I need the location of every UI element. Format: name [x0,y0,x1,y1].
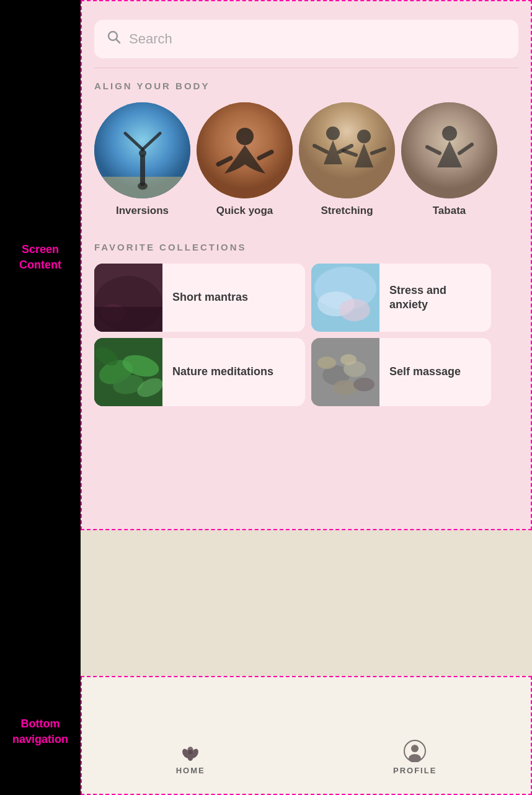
collection-nature-meditations[interactable]: Nature meditations [94,338,305,406]
inversions-label: Inversions [116,205,169,217]
tabata-image [401,102,497,198]
nav-home[interactable]: HOME [176,740,205,775]
home-icon [179,740,202,762]
svg-rect-5 [140,155,145,186]
search-bar[interactable]: Search [94,20,518,58]
collection-short-mantras[interactable]: Short mantras [94,264,305,332]
collections-title: FAVORITE COLLECTIONS [94,242,518,252]
svg-point-51 [411,745,419,752]
circles-row: Inversions [82,102,531,229]
svg-point-17 [357,130,371,143]
screen-content-label: Screen Content [0,242,81,273]
search-input[interactable]: Search [129,31,172,47]
middle-content-area [81,530,532,676]
profile-label: PROFILE [393,766,437,775]
bottom-navigation-label: Bottom navigation [0,716,81,747]
inversions-image [94,102,190,198]
nav-profile[interactable]: PROFILE [393,740,437,775]
svg-point-42 [317,357,336,369]
align-body-title: ALIGN YOUR BODY [94,81,518,91]
svg-point-43 [353,378,375,391]
tabata-label: Tabata [433,205,466,217]
svg-point-49 [188,750,193,755]
category-inversions[interactable]: Inversions [94,102,190,217]
stress-anxiety-label: Stress and anxiety [379,276,491,320]
svg-line-1 [117,40,120,43]
screen-content: Search ALIGN YOUR BODY [81,0,532,530]
profile-icon [404,740,426,762]
collection-self-massage[interactable]: Self massage [311,338,491,406]
svg-point-14 [326,127,340,140]
svg-point-52 [409,754,421,762]
section-gap [82,229,531,242]
svg-point-21 [442,126,457,141]
collection-stress-anxiety[interactable]: Stress and anxiety [311,264,491,332]
stress-anxiety-thumb [311,264,379,332]
search-icon [107,30,122,48]
svg-point-31 [339,299,370,321]
short-mantras-label: Short mantras [162,283,258,312]
stretching-label: Stretching [321,205,373,217]
nav-bar: HOME PROFILE [82,734,531,781]
quick-yoga-label: Quick yoga [216,205,273,217]
category-quick-yoga[interactable]: Quick yoga [197,102,293,217]
home-label: HOME [176,766,205,775]
collections-row-2: Nature meditations S [82,338,531,412]
nature-meditations-thumb [94,338,162,406]
short-mantras-thumb [94,264,162,332]
quick-yoga-image [197,102,293,198]
self-massage-label: Self massage [379,357,471,386]
bottom-navigation: HOME PROFILE [81,676,532,795]
svg-point-44 [340,354,357,365]
category-tabata[interactable]: Tabata [401,102,497,217]
self-massage-thumb [311,338,379,406]
stretching-image [299,102,395,198]
svg-rect-27 [94,307,162,332]
nature-meditations-label: Nature meditations [162,357,283,386]
category-stretching[interactable]: Stretching [299,102,395,217]
search-divider [94,68,518,68]
collections-row-1: Short mantras Stress and anxiety [82,264,531,338]
svg-point-10 [236,128,254,145]
